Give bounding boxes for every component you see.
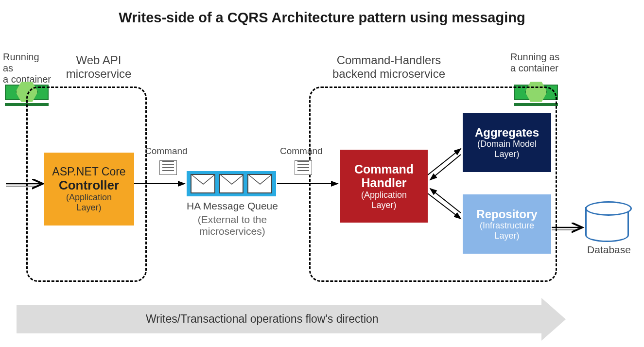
repository-box: Repository (Infrastructure Layer) bbox=[463, 194, 551, 254]
text: Layer) bbox=[465, 149, 549, 159]
envelope-icon bbox=[191, 174, 215, 193]
flow-label: Writes/Transactional operations flow's d… bbox=[146, 312, 379, 326]
text: backend microservice bbox=[332, 67, 445, 80]
text: Repository bbox=[465, 208, 549, 221]
envelope-icon bbox=[219, 174, 244, 193]
aggregates-box: Aggregates (Domain Model Layer) bbox=[463, 113, 551, 172]
text: Running as bbox=[510, 52, 559, 62]
mq-title: HA Message Queue bbox=[184, 200, 281, 212]
text: Handler bbox=[342, 176, 426, 190]
text: microservices) bbox=[199, 226, 265, 237]
text: (Application bbox=[342, 190, 426, 200]
container-label-right: Running as a container bbox=[510, 52, 564, 74]
text: Controller bbox=[46, 178, 132, 193]
container-label-left: Running as a container bbox=[3, 52, 52, 85]
text: Layer) bbox=[342, 200, 426, 210]
text: Running as bbox=[3, 52, 39, 73]
backend-label: Command-Handlers backend microservice bbox=[316, 53, 462, 80]
document-icon bbox=[295, 160, 312, 175]
flow-arrow-head bbox=[541, 298, 566, 341]
text: microservice bbox=[66, 67, 132, 80]
database-icon bbox=[585, 201, 632, 248]
webapi-label: Web API microservice bbox=[57, 53, 140, 80]
text: Command bbox=[342, 162, 426, 176]
command-label-right: Command bbox=[280, 146, 323, 156]
text: Web API bbox=[76, 53, 122, 67]
database-label: Database bbox=[582, 244, 636, 256]
text: Layer) bbox=[46, 203, 132, 213]
text: ASP.NET Core bbox=[46, 165, 132, 178]
text: (Infrastructure bbox=[465, 221, 549, 231]
text: (Domain Model bbox=[465, 139, 549, 149]
document-icon bbox=[159, 160, 177, 175]
text: (Application bbox=[46, 192, 132, 203]
message-queue bbox=[187, 171, 276, 196]
text: a container bbox=[510, 63, 558, 73]
text: Command-Handlers bbox=[337, 53, 441, 67]
command-handler-box: Command Handler (Application Layer) bbox=[340, 150, 428, 223]
mq-sub: (External to the microservices) bbox=[184, 214, 281, 237]
text: (External to the bbox=[198, 214, 267, 225]
envelope-icon bbox=[247, 174, 272, 193]
text: Layer) bbox=[465, 231, 549, 241]
diagram-title: Writes-side of a CQRS Architecture patte… bbox=[0, 10, 644, 26]
text: Aggregates bbox=[465, 126, 549, 139]
command-label-left: Command bbox=[145, 146, 188, 156]
aspnet-controller-box: ASP.NET Core Controller (Application Lay… bbox=[44, 153, 134, 226]
